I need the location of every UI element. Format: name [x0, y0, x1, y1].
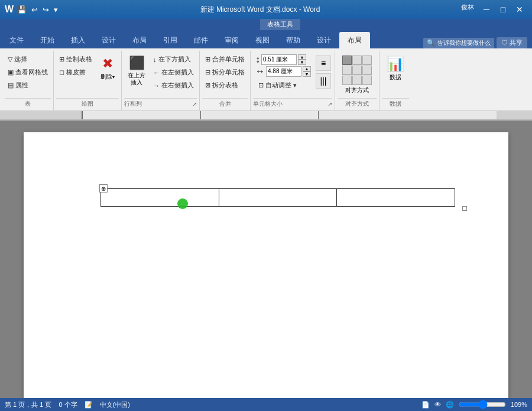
delete-dropdown-icon: ▾ [112, 74, 115, 80]
cell-size-controls: ↕ ▲ ▼ ↔ ▲ ▼ [253, 53, 313, 93]
tab-insert[interactable]: 插入 [63, 32, 93, 48]
doc-table[interactable] [100, 188, 455, 207]
group-merge: ⊞ 合并单元格 ⊟ 拆分单元格 ⊠ 拆分表格 合并 [200, 51, 251, 110]
tab-home[interactable]: 开始 [32, 32, 63, 48]
share-btn[interactable]: ♡ 共享 [497, 37, 527, 48]
select-icon: ▽ [8, 56, 12, 63]
grid-icon: ▣ [8, 68, 14, 76]
maximize-btn[interactable]: □ [495, 3, 511, 16]
close-btn[interactable]: ✕ [512, 3, 527, 16]
ribbon-groups: ▽ 选择 ▣ 查看网格线 ▤ 属性 表 [0, 51, 532, 110]
select-btn[interactable]: ▽ 选择 [5, 53, 51, 66]
tab-help[interactable]: 帮助 [278, 32, 309, 48]
document-page: ⊕ [24, 132, 508, 411]
distribute-cols-btn[interactable]: ||| [316, 73, 331, 89]
tab-references[interactable]: 引用 [155, 32, 186, 48]
redo-quick-btn[interactable]: ↪ [41, 4, 50, 15]
data-btn[interactable]: 📊 数据 [382, 53, 409, 84]
distribute-rows-btn[interactable]: ≡ [316, 56, 331, 71]
group-data-label: 数据 [382, 98, 409, 110]
group-align: 对齐方式 对齐方式 [335, 51, 379, 110]
height-input[interactable] [261, 54, 297, 65]
insert-left-btn[interactable]: ← 在左侧插入 [150, 66, 197, 79]
table-tools-bar: 表格工具 [0, 19, 532, 30]
insert-right-btn[interactable]: → 在右侧插入 [150, 79, 197, 92]
undo-quick-btn[interactable]: ↩ [30, 4, 39, 15]
tab-table-design[interactable]: 设计 [309, 32, 339, 48]
doc-table-container [100, 188, 455, 207]
height-down-btn[interactable]: ▼ [298, 60, 306, 65]
insert-above-icon: ⬛ [129, 56, 145, 71]
view-gridlines-btn[interactable]: ▣ 查看网格线 [5, 66, 51, 79]
table-cell-1-1[interactable] [101, 189, 219, 207]
minimize-btn[interactable]: ─ [479, 3, 494, 16]
draw-table-icon: ⊞ [59, 56, 64, 63]
merge-cells-btn[interactable]: ⊞ 合并单元格 [202, 53, 248, 66]
tab-file[interactable]: 文件 [1, 32, 32, 48]
height-up-btn[interactable]: ▲ [298, 54, 306, 60]
width-icon: ↔ [255, 66, 265, 77]
rows-expander[interactable]: ↗ [192, 101, 197, 107]
alignment-btn[interactable]: 对齐方式 [338, 53, 377, 97]
search-box[interactable]: 🔍 告诉我你想要做什么 [423, 38, 494, 48]
table-cell-1-3[interactable] [337, 189, 455, 207]
insert-above-btn[interactable]: ⬛ 在上方插入 [124, 53, 149, 89]
height-spinner: ▲ ▼ [298, 54, 306, 65]
zoom-slider[interactable] [459, 402, 506, 407]
table-tools-label: 表格工具 [260, 19, 300, 30]
eraser-icon: ◻ [59, 68, 64, 76]
tab-layout[interactable]: 布局 [124, 32, 155, 48]
tab-view[interactable]: 视图 [247, 32, 278, 48]
qa-dropdown-btn[interactable]: ▾ [53, 4, 59, 15]
group-draw: ⊞ 绘制表格 ◻ 橡皮擦 ✖ 删除▾ 绘图 [54, 51, 122, 110]
width-spinner: ▲ ▼ [303, 66, 311, 77]
table-move-handle[interactable]: ⊕ [99, 184, 108, 193]
ruler-ticks [82, 111, 497, 119]
height-row: ↕ ▲ ▼ [255, 54, 306, 65]
delete-btn[interactable]: ✖ 删除▾ [96, 53, 119, 84]
table-cell-1-2[interactable] [219, 189, 337, 207]
group-align-label: 对齐方式 [338, 98, 377, 110]
tab-design[interactable]: 设计 [93, 32, 124, 48]
props-icon: ▤ [8, 81, 14, 89]
tab-review[interactable]: 审阅 [216, 32, 247, 48]
ruler-margin-left [0, 111, 82, 119]
group-table: ▽ 选择 ▣ 查看网格线 ▤ 属性 表 [2, 51, 54, 110]
ruler-margin-right [497, 111, 532, 119]
group-data-content: 📊 数据 [382, 53, 409, 97]
align-grid [342, 56, 372, 85]
title-bar: W 💾 ↩ ↪ ▾ 新建 Microsoft Word 文档.docx - Wo… [0, 0, 532, 19]
width-input[interactable] [266, 66, 301, 77]
save-quick-btn[interactable]: 💾 [16, 4, 28, 15]
rows-small-buttons: ↓ 在下方插入 ← 在左侧插入 → 在右侧插入 [150, 53, 197, 92]
insert-below-btn[interactable]: ↓ 在下方插入 [150, 53, 197, 66]
insert-left-icon: ← [153, 69, 160, 76]
split-cells-icon: ⊟ [205, 68, 210, 76]
word-count: 0 个字 [59, 400, 77, 409]
read-btn[interactable]: 👁 [434, 401, 441, 408]
width-up-btn[interactable]: ▲ [303, 66, 311, 71]
eraser-btn[interactable]: ◻ 橡皮擦 [56, 66, 95, 79]
web-btn[interactable]: 🌐 [446, 401, 454, 409]
split-table-btn[interactable]: ⊠ 拆分表格 [202, 79, 248, 92]
group-table-label: 表 [5, 98, 51, 110]
tab-bar-right: 🔍 告诉我你想要做什么 ♡ 共享 [423, 37, 532, 48]
group-merge-content: ⊞ 合并单元格 ⊟ 拆分单元格 ⊠ 拆分表格 [202, 53, 248, 97]
split-cells-btn[interactable]: ⊟ 拆分单元格 [202, 66, 248, 79]
width-down-btn[interactable]: ▼ [303, 71, 311, 77]
group-rows-label: 行和列 ↗ [124, 98, 197, 110]
title-bar-title: 新建 Microsoft Word 文档.docx - Word [59, 5, 461, 15]
autofit-btn[interactable]: ⊡ 自动调整 ▾ [255, 79, 300, 92]
table-resize-handle[interactable] [462, 206, 467, 211]
layout-btn[interactable]: 📄 [421, 401, 430, 409]
properties-btn[interactable]: ▤ 属性 [5, 79, 51, 92]
data-icon: 📊 [387, 56, 404, 72]
cell-size-expander[interactable]: ↗ [327, 101, 332, 107]
tab-mail[interactable]: 邮件 [186, 32, 216, 48]
search-placeholder: 告诉我你想要做什么 [437, 39, 491, 47]
tab-table-layout[interactable]: 布局 [339, 32, 370, 48]
language: 中文(中国) [100, 400, 130, 409]
draw-table-btn[interactable]: ⊞ 绘制表格 [56, 53, 95, 66]
group-draw-label: 绘图 [56, 98, 119, 110]
tab-bar: 文件 开始 插入 设计 布局 引用 邮件 审阅 视图 帮助 设计 布局 🔍 告诉… [0, 30, 532, 48]
